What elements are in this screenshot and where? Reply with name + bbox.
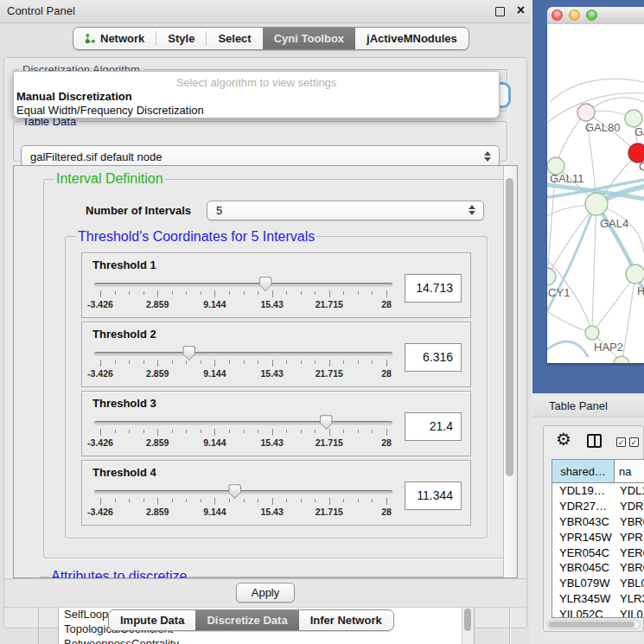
slider-thumb[interactable] (182, 346, 195, 360)
close-icon[interactable]: × (517, 2, 525, 19)
tick-mark (201, 360, 201, 364)
list-scrollbar-thumb[interactable] (464, 609, 471, 631)
table-row[interactable]: YBR045CYBR0 (552, 560, 644, 576)
tab-style[interactable]: Style (156, 28, 206, 49)
scale-label: -3.426 (87, 368, 113, 379)
table-cell: YPR1 (615, 531, 644, 544)
table-data-combobox[interactable]: galFiltered.sif default node (21, 145, 500, 167)
slider-thumb[interactable] (320, 415, 333, 430)
tick-mark (315, 430, 316, 433)
tick-mark (115, 499, 116, 502)
tick-mark (386, 498, 387, 505)
list-scrollbar[interactable] (462, 607, 474, 644)
threshold-label: Threshold 1 (92, 258, 156, 271)
checkbox-icon[interactable]: ✓ (629, 437, 639, 447)
slider-track[interactable] (94, 352, 392, 356)
apply-button[interactable]: Apply (236, 583, 295, 603)
thresholds-section: Threshold's Coordinates for 5 Intervals … (65, 229, 488, 539)
threshold-slider: -3.4262.8599.14415.4321.71528 (94, 272, 392, 314)
table-cell: YDL1 (615, 484, 644, 497)
threshold-value[interactable]: 11.344 (405, 481, 462, 510)
scale-label: 28 (381, 507, 392, 517)
table-cell: YBR043C (552, 515, 615, 528)
node-gal80[interactable] (577, 104, 595, 121)
tick-mark (229, 291, 230, 295)
tick-mark (315, 360, 316, 364)
tab-discretize-data[interactable]: Discretize Data (195, 610, 298, 630)
interval-definition-legend: Interval Definition (54, 171, 165, 187)
tick-mark (157, 360, 158, 367)
tick-mark (372, 291, 373, 295)
tick-mark (115, 430, 116, 433)
num-intervals-combobox[interactable]: 5 (207, 201, 484, 220)
table-cell: YIL0 (615, 608, 644, 618)
node-gcy1[interactable] (547, 268, 556, 285)
minimize-traffic-light-icon[interactable] (569, 10, 580, 21)
network-edge (622, 274, 635, 363)
algorithm-dropdown-popup: Select algorithm to view settings Manual… (13, 71, 500, 118)
tick-mark (186, 291, 187, 295)
tick-mark (244, 291, 245, 295)
table-row[interactable]: YIL052CYIL0 (552, 606, 644, 618)
vertical-scrollbar[interactable] (503, 166, 517, 577)
zoom-traffic-light-icon[interactable] (586, 10, 597, 21)
table-row[interactable]: YDL19…YDL1 (552, 483, 644, 499)
dropdown-option-manual[interactable]: Manual Discretization (16, 90, 132, 103)
tick-mark (201, 430, 201, 433)
tab-network[interactable]: Network (73, 28, 156, 49)
slider-thumb[interactable] (259, 277, 272, 291)
table-row[interactable]: YER054CYER0 (552, 545, 644, 560)
table-row[interactable]: YBR043CYBR0 (552, 514, 644, 530)
scale-label: -3.426 (87, 507, 113, 517)
control-panel: Control Panel × NetworkStyleSelectCyni T… (0, 0, 531, 644)
gear-icon[interactable]: ⚙ (556, 430, 571, 449)
tick-mark (286, 499, 287, 502)
horizontal-scrollbar-thumb[interactable] (549, 622, 634, 628)
slider-track[interactable] (94, 490, 392, 494)
table-panel-header: Table Panel (532, 396, 644, 418)
network-canvas[interactable]: GAL80GACGAL11GAL4GCY1HHAP2 (547, 24, 644, 363)
node-label: GAL11 (550, 172, 584, 185)
tab-label: Select (218, 32, 251, 45)
column-header-name[interactable]: na (615, 460, 644, 482)
tick-mark (115, 360, 116, 364)
threshold-value[interactable]: 6.316 (405, 343, 462, 372)
node-label: C (639, 160, 644, 173)
tab-impute-data[interactable]: Impute Data (109, 610, 195, 630)
slider-thumb[interactable] (228, 484, 241, 499)
table-row[interactable]: YLR345WYLR3 (552, 591, 644, 607)
threshold-value[interactable]: 21.4 (405, 412, 462, 441)
tick-mark (214, 429, 215, 436)
node-label: GAL4 (600, 217, 628, 230)
table-row[interactable]: YPR145WYPR1 (552, 529, 644, 545)
node-ga[interactable] (625, 110, 642, 127)
tick-mark (201, 499, 201, 502)
split-columns-icon[interactable] (587, 434, 602, 448)
tab-cyni-toolbox[interactable]: Cyni Toolbox (263, 28, 355, 49)
horizontal-scrollbar[interactable] (547, 620, 641, 629)
threshold-value[interactable]: 14.713 (405, 274, 462, 303)
close-traffic-light-icon[interactable] (552, 10, 563, 21)
tab-jactivemnodules[interactable]: jActiveMNodules (355, 28, 469, 49)
list-item[interactable]: BetweennessCentrality (59, 636, 474, 644)
scale-label: 15.43 (260, 299, 283, 309)
tick-mark (229, 430, 230, 433)
network-edge (592, 204, 596, 333)
table-row[interactable]: YDR27…YDR2 (552, 499, 644, 514)
float-window-icon[interactable] (495, 7, 505, 16)
slider-track[interactable] (94, 283, 392, 287)
node-h[interactable] (626, 265, 644, 284)
scale-label: 9.144 (203, 299, 226, 309)
tab-select[interactable]: Select (207, 28, 262, 49)
vertical-scrollbar-thumb[interactable] (506, 178, 513, 476)
table-cell: YLR345W (552, 592, 615, 605)
dropdown-option-equal-width[interactable]: Equal Width/Frequency Discretization (16, 104, 204, 117)
checkbox-icon[interactable]: ✓ (616, 437, 626, 447)
node-gal4[interactable] (585, 193, 608, 215)
table-row[interactable]: YBL079WYBL0 (552, 576, 644, 591)
column-header-shared-name[interactable]: shared… (552, 460, 615, 482)
tab-infer-network[interactable]: Infer Network (299, 610, 393, 630)
slider-track[interactable] (94, 421, 392, 425)
node-hap2[interactable] (585, 326, 599, 340)
cyni-bottom-tabbar: Impute DataDiscretize DataInfer Network (108, 609, 394, 631)
